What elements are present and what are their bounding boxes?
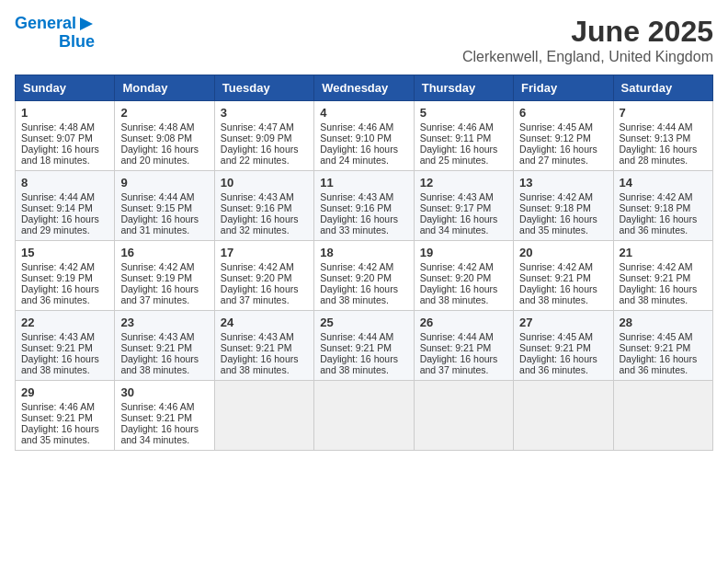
- table-row: 20Sunrise: 4:42 AMSunset: 9:21 PMDayligh…: [514, 241, 613, 311]
- logo: General Blue: [15, 15, 95, 52]
- table-row: [214, 381, 313, 451]
- table-row: 1Sunrise: 4:48 AMSunset: 9:07 PMDaylight…: [16, 101, 115, 171]
- table-row: 25Sunrise: 4:44 AMSunset: 9:21 PMDayligh…: [314, 311, 414, 381]
- table-row: 12Sunrise: 4:43 AMSunset: 9:17 PMDayligh…: [414, 171, 513, 241]
- table-row: 5Sunrise: 4:46 AMSunset: 9:11 PMDaylight…: [414, 101, 513, 171]
- table-row: 4Sunrise: 4:46 AMSunset: 9:10 PMDaylight…: [314, 101, 414, 171]
- calendar-header-row: Sunday Monday Tuesday Wednesday Thursday…: [16, 75, 713, 101]
- table-row: 6Sunrise: 4:45 AMSunset: 9:12 PMDaylight…: [514, 101, 613, 171]
- svg-marker-0: [80, 17, 93, 30]
- col-friday: Friday: [514, 75, 613, 101]
- table-row: 2Sunrise: 4:48 AMSunset: 9:08 PMDaylight…: [115, 101, 214, 171]
- calendar-table: Sunday Monday Tuesday Wednesday Thursday…: [15, 75, 713, 451]
- table-row: 7Sunrise: 4:44 AMSunset: 9:13 PMDaylight…: [613, 101, 712, 171]
- table-row: [414, 381, 513, 451]
- table-row: 14Sunrise: 4:42 AMSunset: 9:18 PMDayligh…: [613, 171, 712, 241]
- table-row: 17Sunrise: 4:42 AMSunset: 9:20 PMDayligh…: [214, 241, 313, 311]
- table-row: [314, 381, 414, 451]
- calendar-subtitle: Clerkenwell, England, United Kingdom: [462, 49, 713, 65]
- col-wednesday: Wednesday: [314, 75, 414, 101]
- table-row: 21Sunrise: 4:42 AMSunset: 9:21 PMDayligh…: [613, 241, 712, 311]
- table-row: 27Sunrise: 4:45 AMSunset: 9:21 PMDayligh…: [514, 311, 613, 381]
- col-thursday: Thursday: [414, 75, 513, 101]
- table-row: 30Sunrise: 4:46 AMSunset: 9:21 PMDayligh…: [115, 381, 214, 451]
- col-monday: Monday: [115, 75, 214, 101]
- calendar-title: June 2025: [462, 15, 713, 49]
- table-row: 28Sunrise: 4:45 AMSunset: 9:21 PMDayligh…: [613, 311, 712, 381]
- table-row: [514, 381, 613, 451]
- table-row: 26Sunrise: 4:44 AMSunset: 9:21 PMDayligh…: [414, 311, 513, 381]
- table-row: 9Sunrise: 4:44 AMSunset: 9:15 PMDaylight…: [115, 171, 214, 241]
- table-row: 16Sunrise: 4:42 AMSunset: 9:19 PMDayligh…: [115, 241, 214, 311]
- col-tuesday: Tuesday: [214, 75, 313, 101]
- logo-text-general: General: [15, 15, 76, 33]
- page-header: General Blue June 2025 Clerkenwell, Engl…: [15, 15, 713, 65]
- table-row: 23Sunrise: 4:43 AMSunset: 9:21 PMDayligh…: [115, 311, 214, 381]
- table-row: [613, 381, 712, 451]
- table-row: 24Sunrise: 4:43 AMSunset: 9:21 PMDayligh…: [214, 311, 313, 381]
- col-saturday: Saturday: [613, 75, 712, 101]
- logo-arrow-icon: [78, 16, 95, 32]
- table-row: 10Sunrise: 4:43 AMSunset: 9:16 PMDayligh…: [214, 171, 313, 241]
- logo-text-blue: Blue: [59, 33, 95, 52]
- title-block: June 2025 Clerkenwell, England, United K…: [462, 15, 713, 65]
- table-row: 11Sunrise: 4:43 AMSunset: 9:16 PMDayligh…: [314, 171, 414, 241]
- table-row: 19Sunrise: 4:42 AMSunset: 9:20 PMDayligh…: [414, 241, 513, 311]
- table-row: 13Sunrise: 4:42 AMSunset: 9:18 PMDayligh…: [514, 171, 613, 241]
- table-row: 18Sunrise: 4:42 AMSunset: 9:20 PMDayligh…: [314, 241, 414, 311]
- table-row: 29Sunrise: 4:46 AMSunset: 9:21 PMDayligh…: [16, 381, 115, 451]
- table-row: 15Sunrise: 4:42 AMSunset: 9:19 PMDayligh…: [16, 241, 115, 311]
- table-row: 22Sunrise: 4:43 AMSunset: 9:21 PMDayligh…: [16, 311, 115, 381]
- col-sunday: Sunday: [16, 75, 115, 101]
- table-row: 8Sunrise: 4:44 AMSunset: 9:14 PMDaylight…: [16, 171, 115, 241]
- table-row: 3Sunrise: 4:47 AMSunset: 9:09 PMDaylight…: [214, 101, 313, 171]
